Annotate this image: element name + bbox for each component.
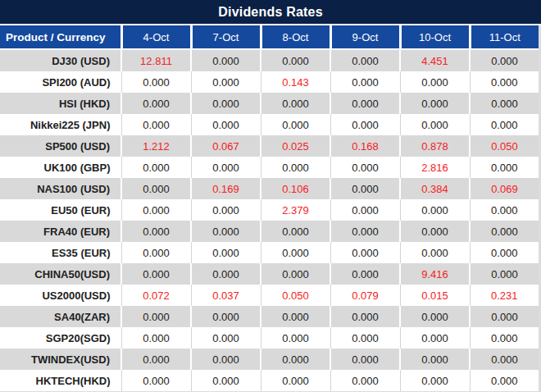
product-cell: HSI (HKD) — [0, 93, 121, 114]
product-cell: SP500 (USD) — [0, 135, 121, 157]
dividend-value-cell: 0.000 — [470, 221, 539, 242]
table-row: UK100 (GBP)0.0000.0000.0000.0002.8160.00… — [0, 157, 539, 178]
dividend-value-cell: 0.000 — [121, 370, 191, 391]
dividend-value-cell: 0.000 — [121, 327, 191, 349]
dividend-value-cell: 0.000 — [470, 199, 539, 221]
dividend-value-cell: 0.000 — [261, 349, 330, 370]
dividend-value-cell: 0.000 — [400, 199, 470, 221]
dividend-value-cell: 0.000 — [261, 263, 330, 285]
table-row: SGP20(SGD)0.0000.0000.0000.0000.0000.000 — [0, 327, 539, 349]
dividend-value-cell: 0.000 — [400, 306, 470, 327]
dividend-value-cell: 0.000 — [121, 349, 191, 370]
dividend-value-cell: 0.106 — [261, 178, 330, 199]
dividend-value-cell: 0.000 — [121, 114, 191, 135]
table-row: SPI200 (AUD)0.0000.0000.1430.0000.0000.0… — [0, 71, 539, 93]
dividend-value-cell: 0.000 — [191, 49, 261, 71]
dividend-value-cell: 0.000 — [330, 157, 400, 178]
dividends-rates-widget: Dividends Rates Product / Currency 4-Oct… — [0, 0, 541, 391]
dividend-value-cell: 0.000 — [261, 327, 330, 349]
dividend-value-cell: 0.000 — [191, 71, 261, 93]
dividend-value-cell: 0.000 — [330, 114, 400, 135]
dividend-value-cell: 0.000 — [470, 242, 539, 263]
date-column-header: 10-Oct — [400, 25, 470, 49]
dividend-value-cell: 0.000 — [330, 49, 400, 71]
table-row: SA40(ZAR)0.0000.0000.0000.0000.0000.000 — [0, 306, 539, 327]
dividend-value-cell: 0.000 — [470, 306, 539, 327]
dividend-value-cell: 0.000 — [470, 327, 539, 349]
dividend-value-cell: 0.000 — [121, 178, 191, 199]
dividend-value-cell: 0.000 — [121, 93, 191, 114]
product-cell: ES35 (EUR) — [0, 242, 121, 263]
dividend-value-cell: 9.416 — [400, 263, 470, 285]
dividend-value-cell: 0.000 — [470, 49, 539, 71]
dividend-value-cell: 0.000 — [400, 242, 470, 263]
dividend-value-cell: 0.000 — [400, 71, 470, 93]
dividend-value-cell: 0.000 — [400, 349, 470, 370]
date-column-header: 9-Oct — [330, 25, 400, 49]
dividend-value-cell: 0.000 — [330, 242, 400, 263]
dividend-value-cell: 0.000 — [400, 114, 470, 135]
product-cell: SGP20(SGD) — [0, 327, 121, 349]
table-row: NAS100 (USD)0.0000.1690.1060.0000.3840.0… — [0, 178, 539, 199]
dividend-value-cell: 0.000 — [400, 370, 470, 391]
date-column-header: 8-Oct — [261, 25, 330, 49]
product-cell: CHINA50(USD) — [0, 263, 121, 285]
product-cell: DJ30 (USD) — [0, 49, 121, 71]
dividend-value-cell: 0.000 — [191, 114, 261, 135]
dividend-value-cell: 0.000 — [121, 306, 191, 327]
dividend-value-cell: 0.168 — [330, 135, 400, 157]
table-row: EU50 (EUR)0.0000.0002.3790.0000.0000.000 — [0, 199, 539, 221]
date-column-header: 7-Oct — [191, 25, 261, 49]
dividend-value-cell: 0.000 — [121, 221, 191, 242]
dividend-value-cell: 0.000 — [400, 327, 470, 349]
dividend-value-cell: 0.000 — [191, 221, 261, 242]
dividend-value-cell: 0.000 — [470, 114, 539, 135]
date-column-header: 4-Oct — [121, 25, 191, 49]
dividend-value-cell: 12.811 — [121, 49, 191, 71]
dividend-value-cell: 0.000 — [330, 263, 400, 285]
dividend-value-cell: 0.000 — [121, 157, 191, 178]
dividend-value-cell: 0.000 — [191, 263, 261, 285]
product-cell: NAS100 (USD) — [0, 178, 121, 199]
dividend-value-cell: 0.143 — [261, 71, 330, 93]
table-row: Nikkei225 (JPN)0.0000.0000.0000.0000.000… — [0, 114, 539, 135]
table-row: FRA40 (EUR)0.0000.0000.0000.0000.0000.00… — [0, 221, 539, 242]
dividend-value-cell: 0.000 — [330, 93, 400, 114]
table-row: HSI (HKD)0.0000.0000.0000.0000.0000.000 — [0, 93, 539, 114]
product-cell: SA40(ZAR) — [0, 306, 121, 327]
dividend-value-cell: 1.212 — [121, 135, 191, 157]
product-cell: HKTECH(HKD) — [0, 370, 121, 391]
dividend-value-cell: 0.000 — [191, 349, 261, 370]
dividend-value-cell: 0.000 — [121, 71, 191, 93]
product-currency-header: Product / Currency — [0, 25, 121, 49]
dividend-value-cell: 0.000 — [261, 221, 330, 242]
dividend-value-cell: 2.379 — [261, 199, 330, 221]
product-cell: TWINDEX(USD) — [0, 349, 121, 370]
dividend-value-cell: 0.169 — [191, 178, 261, 199]
dividend-value-cell: 0.000 — [400, 93, 470, 114]
date-column-header: 11-Oct — [470, 25, 539, 49]
product-cell: FRA40 (EUR) — [0, 221, 121, 242]
dividend-value-cell: 0.000 — [261, 370, 330, 391]
dividend-value-cell: 0.000 — [330, 221, 400, 242]
table-row: HKTECH(HKD)0.0000.0000.0000.0000.0000.00… — [0, 370, 539, 391]
dividend-value-cell: 0.231 — [470, 285, 539, 306]
dividend-value-cell: 0.067 — [191, 135, 261, 157]
dividend-value-cell: 0.000 — [470, 370, 539, 391]
dividend-value-cell: 0.000 — [191, 199, 261, 221]
dividend-value-cell: 0.069 — [470, 178, 539, 199]
table-header-row: Product / Currency 4-Oct7-Oct8-Oct9-Oct1… — [0, 25, 539, 49]
table-row: TWINDEX(USD)0.0000.0000.0000.0000.0000.0… — [0, 349, 539, 370]
table-row: DJ30 (USD)12.8110.0000.0000.0004.4510.00… — [0, 49, 539, 71]
dividend-value-cell: 0.050 — [261, 285, 330, 306]
product-cell: EU50 (EUR) — [0, 199, 121, 221]
dividend-value-cell: 0.000 — [330, 71, 400, 93]
dividend-value-cell: 0.000 — [330, 349, 400, 370]
dividend-value-cell: 0.000 — [121, 263, 191, 285]
dividend-value-cell: 0.000 — [330, 199, 400, 221]
dividend-value-cell: 0.015 — [400, 285, 470, 306]
dividend-value-cell: 0.079 — [330, 285, 400, 306]
dividend-value-cell: 0.000 — [191, 306, 261, 327]
table-body: DJ30 (USD)12.8110.0000.0000.0004.4510.00… — [0, 49, 539, 391]
dividend-value-cell: 0.000 — [470, 349, 539, 370]
